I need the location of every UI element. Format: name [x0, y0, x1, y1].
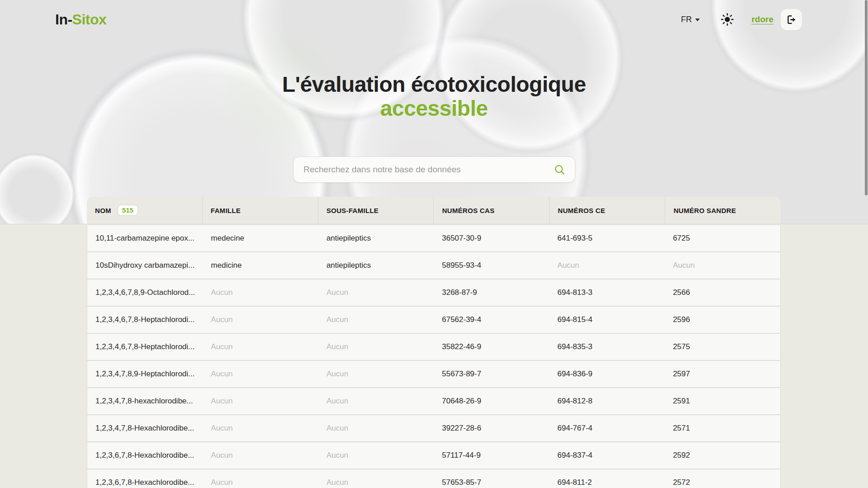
substances-table: NOM515FAMILLESOUS-FAMILLENUMÉROS CASNUMÉ…	[87, 197, 781, 488]
hero-title-line2: accessible	[0, 96, 868, 120]
cell-nom: 1,2,3,4,7,8-Hexachlorodibe...	[87, 415, 203, 441]
cell-ce: Aucun	[549, 252, 664, 279]
cell-famille: medicine	[203, 252, 318, 279]
table-row[interactable]: 1,2,3,6,7,8-Hexachlorodibe...AucunAucun5…	[87, 442, 780, 469]
cell-famille: medecine	[203, 225, 318, 251]
brand-logo[interactable]: In-Sitox	[55, 11, 106, 28]
table-row[interactable]: 1,2,3,4,7,8,9-Heptachlorodi...AucunAucun…	[87, 361, 780, 388]
cell-cas: 57117-44-9	[434, 442, 549, 469]
cell-sandre: 2592	[665, 442, 780, 469]
user-link[interactable]: rdore	[751, 14, 773, 24]
table-row[interactable]: 1,2,3,4,7,8-Hexachlorodibe...AucunAucun3…	[87, 415, 780, 442]
cell-famille: Aucun	[203, 442, 318, 469]
hero-title-line1: L'évaluation écotoxicologique	[0, 72, 868, 96]
cell-sandre: 2575	[665, 334, 780, 360]
cell-famille: Aucun	[203, 307, 318, 333]
cell-sous_famille: Aucun	[318, 307, 434, 333]
cell-cas: 39227-28-6	[434, 415, 549, 441]
table-row[interactable]: 1,2,3,4,6,7,8-Heptachlorodi...AucunAucun…	[87, 334, 780, 361]
header-label: SOUS-FAMILLE	[327, 207, 379, 214]
cell-cas: 36507-30-9	[434, 225, 549, 251]
cell-cas: 57653-85-7	[434, 469, 549, 488]
table-row[interactable]: 10,11-carbamazepine epox...medecineantie…	[87, 225, 780, 252]
table-row[interactable]: 1,2,3,4,6,7,8,9-Octachlorod...AucunAucun…	[87, 280, 780, 307]
cell-ce: 694-837-4	[549, 442, 664, 469]
cell-sous_famille: Aucun	[318, 388, 434, 414]
cell-ce: 694-812-8	[549, 388, 664, 414]
cell-cas: 70648-26-9	[434, 388, 549, 414]
header-cell-famille: FAMILLE	[202, 197, 318, 224]
cell-sandre: 6725	[665, 225, 780, 251]
header-cell-numeros-cas: NUMÉROS CAS	[433, 197, 549, 224]
cell-sandre: 2591	[665, 388, 780, 414]
topbar: In-Sitox FR	[0, 0, 868, 39]
caret-down-icon	[695, 19, 700, 21]
cell-cas: 35822-46-9	[434, 334, 549, 360]
cell-sous_famille: Aucun	[318, 280, 434, 306]
cell-nom: 1,2,3,4,7,8,9-Heptachlorodi...	[87, 361, 203, 387]
table-body: 10,11-carbamazepine epox...medecineantie…	[87, 225, 781, 488]
language-selector[interactable]: FR	[681, 15, 700, 24]
brand-suffix: Sitox	[72, 11, 107, 28]
cell-nom: 10,11-carbamazepine epox...	[87, 225, 203, 251]
cell-sandre: 2597	[665, 361, 780, 387]
search-icon[interactable]	[554, 164, 566, 176]
table-row[interactable]: 1,2,3,4,7,8-hexachlorodibe...AucunAucun7…	[87, 388, 780, 415]
table-header: NOM515FAMILLESOUS-FAMILLENUMÉROS CASNUMÉ…	[87, 197, 781, 224]
header-cell-numeros-ce: NUMÉROS CE	[549, 197, 665, 224]
cell-sandre: 2596	[665, 307, 780, 333]
scrollbar-thumb[interactable]	[865, 0, 868, 195]
cell-cas: 58955-93-4	[434, 252, 549, 279]
cell-ce: 694-767-4	[549, 415, 664, 441]
header-cell-sous-famille: SOUS-FAMILLE	[318, 197, 434, 224]
hero-title: L'évaluation écotoxicologique accessible	[0, 72, 868, 120]
cell-famille: Aucun	[203, 469, 318, 488]
cell-nom: 1,2,3,4,6,7,8-Heptachlorodi...	[87, 307, 203, 333]
cell-famille: Aucun	[203, 280, 318, 306]
cell-ce: 694-836-9	[549, 361, 664, 387]
cell-sandre: 2572	[665, 469, 780, 488]
search-input[interactable]	[294, 157, 554, 182]
cell-nom: 1,2,3,4,6,7,8,9-Octachlorod...	[87, 280, 203, 306]
cell-sous_famille: Aucun	[318, 361, 434, 387]
theme-toggle-button[interactable]	[721, 13, 734, 26]
logout-icon	[786, 14, 797, 25]
cell-famille: Aucun	[203, 388, 318, 414]
cell-famille: Aucun	[203, 415, 318, 441]
header-cell-numero-sandre: NUMÉRO SANDRE	[665, 197, 781, 224]
cell-nom: 1,2,3,4,6,7,8-Heptachlorodi...	[87, 334, 203, 360]
cell-sous_famille: antiepileptics	[318, 252, 434, 279]
table-row[interactable]: 10sDihydroxy carbamazepi...medicineantie…	[87, 252, 780, 280]
cell-sandre: Aucun	[665, 252, 780, 279]
cell-sous_famille: antiepileptics	[318, 225, 434, 251]
sun-icon	[721, 13, 734, 26]
cell-famille: Aucun	[203, 334, 318, 360]
cell-sous_famille: Aucun	[318, 334, 434, 360]
header-label: NUMÉROS CE	[558, 207, 605, 214]
cell-sous_famille: Aucun	[318, 415, 434, 441]
page-scrollbar[interactable]	[864, 0, 868, 488]
cell-ce: 641-693-5	[549, 225, 664, 251]
brand-prefix: In-	[55, 11, 72, 28]
cell-sandre: 2571	[665, 415, 780, 441]
cell-cas: 55673-89-7	[434, 361, 549, 387]
header-cell-nom: NOM515	[87, 197, 202, 224]
table-row[interactable]: 1,2,3,6,7,8-Hexachlorodibe...AucunAucun5…	[87, 469, 780, 488]
cell-cas: 67562-39-4	[434, 307, 549, 333]
logout-button[interactable]	[781, 9, 802, 30]
cell-ce: 694-815-4	[549, 307, 664, 333]
cell-nom: 10sDihydroxy carbamazepi...	[87, 252, 203, 279]
cell-ce: 694-811-2	[549, 469, 664, 488]
results-count-badge: 515	[118, 205, 138, 216]
cell-cas: 3268-87-9	[434, 280, 549, 306]
table-row[interactable]: 1,2,3,4,6,7,8-Heptachlorodi...AucunAucun…	[87, 307, 780, 334]
cell-sandre: 2566	[665, 280, 780, 306]
cell-sous_famille: Aucun	[318, 469, 434, 488]
cell-sous_famille: Aucun	[318, 442, 434, 469]
header-label: FAMILLE	[211, 207, 241, 214]
search-bar	[293, 156, 575, 183]
cell-ce: 694-835-3	[549, 334, 664, 360]
cell-famille: Aucun	[203, 361, 318, 387]
language-label: FR	[681, 15, 692, 24]
cell-nom: 1,2,3,6,7,8-Hexachlorodibe...	[87, 442, 203, 469]
